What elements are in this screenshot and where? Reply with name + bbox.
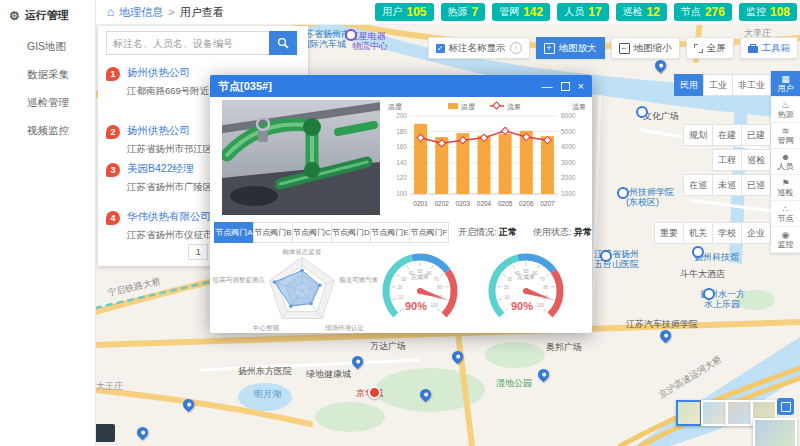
filter-inspection[interactable]: 巡检 — [741, 149, 771, 171]
filter-building[interactable]: 在建 — [712, 124, 742, 146]
filter-government[interactable]: 机关 — [683, 222, 713, 244]
tab-valve-5[interactable]: 节点阀门F — [409, 222, 449, 243]
rail-label: 人员 — [778, 162, 794, 171]
svg-text:180: 180 — [396, 128, 407, 135]
collapsed-panel[interactable] — [95, 424, 115, 442]
svg-text:4000: 4000 — [561, 143, 576, 150]
rail-item-staff[interactable]: ☻人员 — [771, 149, 800, 175]
map-preview-tile[interactable] — [676, 400, 702, 426]
checkbox-checked-icon[interactable]: ✓ — [436, 44, 445, 53]
stat-badge-nodes[interactable]: 节点276 — [674, 3, 732, 21]
layers-button[interactable] — [777, 398, 794, 415]
svg-text:80: 80 — [437, 285, 443, 290]
svg-text:10: 10 — [398, 295, 404, 300]
search-button[interactable] — [269, 31, 297, 55]
map-preview-tile-large[interactable] — [753, 418, 797, 446]
completion-gauge-1: 102030405060708090100完成率90% — [372, 247, 468, 333]
sidebar-item-patrol-management[interactable]: 巡检管理 — [0, 89, 95, 117]
map-preview-tile[interactable] — [726, 400, 752, 426]
circ-purple-marker[interactable] — [345, 29, 357, 41]
filter-engineering[interactable]: 工程 — [712, 149, 742, 171]
rail-item-nodes[interactable]: ∴节点 — [771, 201, 800, 227]
stat-badge-heat-sources[interactable]: 热源7 — [441, 3, 486, 21]
stat-label: 热源 — [448, 5, 468, 19]
breadcrumb: ⌂ 地理信息 > 用户查看 — [95, 5, 224, 20]
node-icon: ∴ — [783, 204, 789, 214]
filter-built[interactable]: 已建 — [741, 124, 771, 146]
tab-valve-0[interactable]: 节点阀门A — [214, 222, 254, 243]
rail-item-heat-sources[interactable]: ♨热源 — [771, 97, 800, 123]
stat-badge-monitors[interactable]: 监控108 — [739, 3, 797, 21]
svg-text:阀体状态监督: 阀体状态监督 — [283, 248, 323, 256]
zoom-in-label: 地图放大 — [559, 42, 597, 55]
person-icon: ☻ — [781, 152, 790, 162]
toolbox-button[interactable]: 工具箱 — [740, 37, 799, 59]
filter-patrolled[interactable]: 已巡 — [741, 174, 771, 196]
tab-valve-2[interactable]: 节点阀门C — [292, 222, 332, 243]
rail-item-monitors[interactable]: ◉监控 — [771, 227, 800, 253]
filter-not-patrolled[interactable]: 未巡 — [712, 174, 742, 196]
home-icon[interactable]: ⌂ — [107, 5, 114, 19]
modal-header[interactable]: 节点[035#] — × — [210, 75, 592, 97]
svg-text:90%: 90% — [511, 300, 533, 312]
stat-badge-patrol[interactable]: 巡检12 — [616, 3, 667, 21]
filter-enterprise[interactable]: 企业 — [741, 222, 771, 244]
gear-icon: ⚙ — [9, 9, 20, 23]
filter-row-pipelines: 规划在建已建 — [684, 124, 771, 146]
node-detail-modal: 节点[035#] — × — [210, 75, 592, 333]
circ-blue-marker[interactable] — [636, 106, 648, 118]
filter-important[interactable]: 重要 — [654, 222, 684, 244]
sidebar-item-gis-map[interactable]: GIS地图 — [0, 33, 95, 61]
tab-valve-4[interactable]: 节点阀门E — [370, 222, 410, 243]
stat-badge-pipelines[interactable]: 管网142 — [492, 3, 550, 21]
rail-item-users[interactable]: ▦用户 — [771, 71, 800, 97]
filter-industry[interactable]: 工业 — [703, 74, 733, 96]
map-preview-tile[interactable] — [701, 400, 727, 426]
sidebar-item-data-collection[interactable]: 数据采集 — [0, 61, 95, 89]
maximize-icon[interactable] — [561, 82, 570, 91]
sidebar: ⚙ 运行管理 GIS地图数据采集巡检管理视频监控 — [0, 0, 96, 446]
sidebar-item-video-monitor[interactable]: 视频监控 — [0, 117, 95, 145]
rail-item-patrol[interactable]: ⚑巡检 — [771, 175, 800, 201]
label-toggle-text: 标注名称显示 — [449, 42, 506, 55]
breadcrumb-section[interactable]: 地理信息 — [119, 5, 163, 20]
filter-patrolling[interactable]: 在巡 — [683, 174, 713, 196]
fullscreen-button[interactable]: 全屏 — [686, 37, 734, 59]
park — [485, 342, 545, 368]
dot-red-marker[interactable] — [368, 386, 381, 399]
zoom-out-button[interactable]: − 地图缩小 — [611, 37, 680, 59]
pipeline-icon: ≋ — [782, 126, 790, 136]
search-input[interactable] — [106, 31, 269, 55]
result-address: 江都南路669号附近 — [127, 85, 209, 98]
filter-planned[interactable]: 规划 — [683, 124, 713, 146]
filter-non-industry[interactable]: 非工业 — [732, 74, 771, 96]
circ-blue-marker[interactable] — [692, 246, 704, 258]
svg-text:140: 140 — [396, 159, 407, 166]
stat-badge-users[interactable]: 用户105 — [375, 3, 433, 21]
sidebar-nav: GIS地图数据采集巡检管理视频监控 — [0, 33, 95, 145]
svg-text:100: 100 — [396, 190, 407, 197]
status-field: 开启情况: 正常 — [458, 226, 517, 239]
circ-blue-marker[interactable] — [600, 250, 612, 262]
label-visibility-toggle[interactable]: ✓ 标注名称显示 i — [428, 37, 530, 59]
close-icon[interactable]: × — [578, 81, 584, 92]
node-3d-render[interactable] — [222, 100, 380, 215]
map-label: 大王庄 — [96, 380, 123, 393]
breadcrumb-page: 用户查看 — [180, 5, 224, 20]
valve-tabs: 节点阀门A节点阀门B节点阀门C节点阀门D节点阀门E节点阀门F — [215, 222, 449, 243]
circ-blue-marker[interactable] — [617, 187, 629, 199]
tab-valve-1[interactable]: 节点阀门B — [253, 222, 293, 243]
page-1[interactable]: 1 — [188, 244, 208, 260]
tab-valve-3[interactable]: 节点阀门D — [331, 222, 371, 243]
stat-label: 节点 — [681, 5, 701, 19]
circ-blue-marker[interactable] — [703, 288, 715, 300]
svg-text:0204: 0204 — [477, 200, 492, 207]
filter-civil[interactable]: 民用 — [674, 74, 704, 96]
minimize-icon[interactable]: — — [542, 81, 553, 92]
rail-item-pipelines[interactable]: ≋管网 — [771, 123, 800, 149]
stat-badge-staff[interactable]: 人员17 — [557, 3, 608, 21]
map-area[interactable]: 江苏省扬州市国际汽车城五星电器物流中心大李庄江平东路文化广场扬州技师学院(东校区… — [95, 24, 800, 446]
zoom-in-button[interactable]: + 地图放大 — [536, 37, 605, 59]
rail-label: 巡检 — [778, 188, 794, 197]
filter-school[interactable]: 学校 — [712, 222, 742, 244]
